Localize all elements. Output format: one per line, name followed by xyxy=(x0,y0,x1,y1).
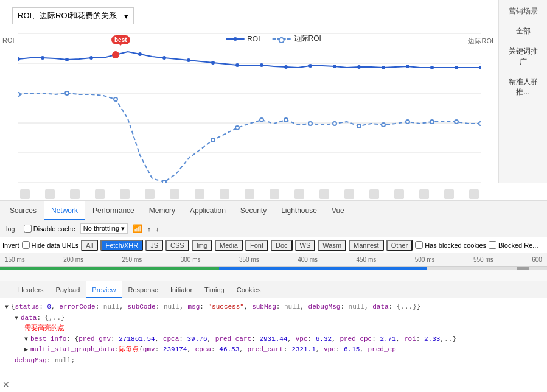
tab-initiator[interactable]: Initiator xyxy=(164,281,198,298)
x-tick xyxy=(245,189,254,199)
throttle-select[interactable]: No throttling ▾ xyxy=(80,223,128,234)
tab-headers[interactable]: Headers xyxy=(12,281,50,298)
blocked-requests-checkbox[interactable]: Blocked Re... xyxy=(489,241,538,249)
blocked-cookies-checkbox[interactable]: Has blocked cookies xyxy=(415,241,486,249)
invert-checkbox[interactable]: Invert xyxy=(2,242,19,249)
timeline-label-600: 600 xyxy=(532,256,542,263)
close-panel-button[interactable]: ✕ xyxy=(0,377,12,392)
svg-point-25 xyxy=(211,61,215,65)
filter-other-btn[interactable]: Other xyxy=(386,240,413,251)
svg-point-29 xyxy=(308,64,312,68)
timeline-bar: 150 ms 200 ms 250 ms 300 ms 350 ms 400 m… xyxy=(0,253,547,267)
filter-css-btn[interactable]: CSS xyxy=(165,240,189,251)
x-tick xyxy=(444,189,454,199)
x-tick xyxy=(394,189,404,199)
tab-cookies[interactable]: Cookies xyxy=(231,281,267,298)
filter-media-btn[interactable]: Media xyxy=(215,240,243,251)
filter-all-btn[interactable]: All xyxy=(81,240,98,251)
tab-response[interactable]: Response xyxy=(122,281,164,298)
filter-ws-btn[interactable]: WS xyxy=(295,240,316,251)
expand-arrow-2[interactable]: ▼ xyxy=(15,313,21,323)
svg-point-38 xyxy=(65,91,69,95)
tab-performance[interactable]: Performance xyxy=(85,201,142,220)
timeline-label-350: 350 ms xyxy=(239,256,259,263)
json-line-6-content: debugMsg: null; xyxy=(15,355,75,366)
svg-point-51 xyxy=(455,120,458,124)
filter-img-btn[interactable]: Img xyxy=(192,240,212,251)
x-tick xyxy=(145,189,155,199)
tab-application[interactable]: Application xyxy=(183,201,233,220)
svg-point-24 xyxy=(187,58,190,62)
blocked-cookies-input[interactable] xyxy=(415,241,423,249)
x-tick xyxy=(294,189,304,199)
invert-label: Invert xyxy=(2,242,19,249)
wifi-icon: 📶 xyxy=(133,224,142,233)
x-tick xyxy=(319,189,329,199)
svg-point-34 xyxy=(430,66,434,69)
hide-urls-checkbox[interactable]: Hide data URLs xyxy=(22,241,79,249)
timeline-label-500: 500 ms xyxy=(415,256,435,263)
bottom-panel: ✕ Headers Payload Preview Response Initi… xyxy=(0,281,547,371)
json-line-1-content: {status: 0, errorCode: null, subCode: nu… xyxy=(11,302,420,313)
disable-cache-input[interactable] xyxy=(24,225,32,233)
filter-manifest-btn[interactable]: Manifest xyxy=(349,240,384,251)
svg-point-47 xyxy=(357,124,361,128)
svg-point-52 xyxy=(479,122,481,125)
svg-point-31 xyxy=(357,65,361,69)
tab-security[interactable]: Security xyxy=(233,201,274,220)
expand-arrow-4[interactable]: ▼ xyxy=(24,335,30,345)
svg-point-28 xyxy=(284,65,288,69)
tab-lighthouse[interactable]: Lighthouse xyxy=(274,201,324,220)
hide-urls-input[interactable] xyxy=(22,241,30,249)
log-button[interactable]: log xyxy=(2,224,19,234)
expand-arrow-5[interactable]: ▶ xyxy=(24,345,30,355)
svg-point-45 xyxy=(308,122,312,125)
filter-doc-btn[interactable]: Doc xyxy=(271,240,293,251)
x-tick xyxy=(419,189,429,199)
chart-area: ROI、边际ROI和花费的关系 ▾ ROI 边际ROI best ROI 边际R… xyxy=(0,0,547,201)
svg-point-33 xyxy=(406,65,409,68)
tab-memory[interactable]: Memory xyxy=(142,201,183,220)
x-tick xyxy=(270,189,279,199)
filter-js-btn[interactable]: JS xyxy=(145,240,163,251)
svg-point-53 xyxy=(112,51,119,58)
filter-font-btn[interactable]: Font xyxy=(245,240,268,251)
right-panel-item-audience[interactable]: 精准人群推... xyxy=(502,74,544,100)
svg-point-42 xyxy=(235,126,239,130)
svg-point-46 xyxy=(333,122,336,125)
blocked-requests-input[interactable] xyxy=(489,241,496,249)
tab-sources[interactable]: Sources xyxy=(2,201,44,220)
svg-point-48 xyxy=(382,123,385,127)
chart-dropdown[interactable]: ROI、边际ROI和花费的关系 ▾ xyxy=(12,7,134,24)
right-panel-title: 营销场景 xyxy=(502,6,544,16)
right-panel-item-keyword[interactable]: 关键词推广 xyxy=(502,44,544,69)
svg-point-36 xyxy=(479,66,481,69)
disable-cache-label: Disable cache xyxy=(33,225,75,233)
disable-cache-checkbox[interactable]: Disable cache xyxy=(24,225,75,233)
svg-point-49 xyxy=(406,120,409,124)
x-tick xyxy=(120,189,130,199)
json-viewer: ▼ {status: 0, errorCode: null, subCode: … xyxy=(0,298,547,371)
filter-wasm-btn[interactable]: Wasm xyxy=(318,240,346,251)
tab-network[interactable]: Network xyxy=(44,201,85,220)
timeline-label-250: 250 ms xyxy=(122,256,142,263)
svg-point-37 xyxy=(18,93,20,96)
tab-preview[interactable]: Preview xyxy=(86,281,122,298)
json-line-5-content: multi_stat_graph_data:际每点{gmv: 239174, c… xyxy=(30,345,396,355)
chart-svg: 2.5 2 1.5 1 0.5 0 4 3 2 1 0 xyxy=(18,33,481,183)
progress-bar xyxy=(0,267,547,270)
tab-timing[interactable]: Timing xyxy=(198,281,231,298)
expand-arrow-1[interactable]: ▼ xyxy=(5,303,11,312)
json-line-6: debugMsg: null; xyxy=(5,355,542,366)
json-line-4: ▼ best_info: {pred_gmv: 271861.54, cpca:… xyxy=(5,334,542,345)
filter-fetch-xhr-btn[interactable]: Fetch/XHR xyxy=(100,240,143,251)
svg-point-32 xyxy=(382,66,385,69)
right-panel-item-all[interactable]: 全部 xyxy=(502,24,544,39)
timeline-label-550: 550 ms xyxy=(473,256,493,263)
tab-payload[interactable]: Payload xyxy=(50,281,86,298)
json-line-2-content: data: {,..} xyxy=(21,313,65,324)
tab-vue[interactable]: Vue xyxy=(324,201,352,220)
svg-point-26 xyxy=(235,63,239,67)
x-tick xyxy=(95,189,105,199)
progress-mark xyxy=(517,267,529,270)
